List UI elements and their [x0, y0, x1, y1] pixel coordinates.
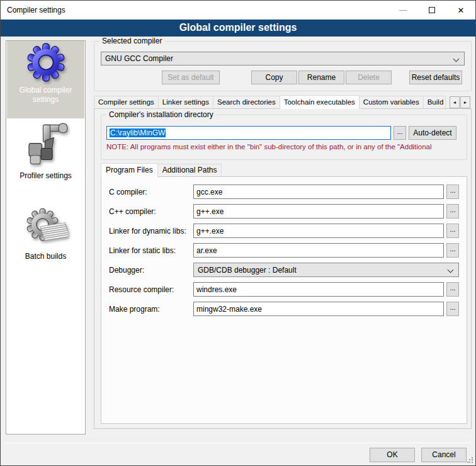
- compiler-select-value: GNU GCC Compiler: [105, 54, 173, 63]
- reset-defaults-button[interactable]: Reset defaults: [409, 71, 462, 84]
- field-label: C++ compiler:: [109, 207, 193, 216]
- page-title: Global compiler settings: [1, 20, 475, 37]
- tab-scroll-right-button[interactable]: ►: [460, 96, 470, 108]
- titlebar: Compiler settings — ✕: [1, 1, 475, 20]
- static-linker-browse-button[interactable]: ...: [446, 243, 459, 258]
- dynamic-linker-value: g++.exe: [196, 227, 224, 236]
- main-tabstrip: Compiler settings Linker settings Search…: [94, 95, 472, 109]
- c-compiler-row: C compiler: gcc.exe ...: [109, 185, 459, 199]
- dynamic-linker-browse-button[interactable]: ...: [446, 224, 459, 238]
- close-button[interactable]: ✕: [446, 1, 475, 20]
- field-label: Resource compiler:: [109, 285, 193, 294]
- field-label: Linker for dynamic libs:: [109, 227, 193, 236]
- set-as-default-button[interactable]: Set as default: [162, 71, 220, 84]
- make-program-value: mingw32-make.exe: [196, 305, 262, 314]
- sidebar-item-profiler-settings[interactable]: Profiler settings: [7, 120, 84, 188]
- sidebar-item-label: Profiler settings: [20, 171, 72, 181]
- ok-button[interactable]: OK: [370, 448, 415, 462]
- programs-tabstrip: Program Files Additional Paths: [101, 163, 221, 177]
- resource-compiler-browse-button[interactable]: ...: [446, 282, 459, 297]
- program-files-page: C compiler: gcc.exe ... C++ compiler: g+…: [101, 176, 467, 424]
- cpp-compiler-browse-button[interactable]: ...: [446, 204, 459, 219]
- batch-builds-icon: [24, 206, 68, 250]
- tab-scroll-left-button[interactable]: ◄: [450, 96, 460, 108]
- window-title: Compiler settings: [1, 6, 65, 14]
- resource-compiler-row: Resource compiler: windres.exe ...: [109, 282, 459, 297]
- resource-compiler-value: windres.exe: [196, 285, 237, 294]
- group-label: Selected compiler: [99, 37, 164, 45]
- tab-program-files[interactable]: Program Files: [101, 163, 158, 178]
- make-program-row: Make program: mingw32-make.exe ...: [109, 302, 459, 316]
- settings-sidebar: Global compiler settings Profiler settin…: [6, 40, 86, 435]
- tab-custom-variables[interactable]: Custom variables: [359, 96, 424, 109]
- installation-directory-group: Compiler's installation directory C:\ray…: [101, 115, 467, 160]
- sidebar-item-label: Batch builds: [25, 252, 66, 261]
- tab-scroll-left-icon: ◄: [453, 100, 457, 105]
- auto-detect-button[interactable]: Auto-detect: [409, 126, 456, 140]
- tab-scroll-right-icon: ►: [463, 100, 468, 105]
- profiler-caliper-icon: [23, 122, 69, 169]
- tab-toolchain-executables[interactable]: Toolchain executables: [280, 95, 360, 109]
- tab-linker-settings[interactable]: Linker settings: [158, 96, 213, 109]
- dynamic-linker-row: Linker for dynamic libs: g++.exe ...: [109, 224, 459, 238]
- minimize-button[interactable]: —: [388, 1, 417, 20]
- compiler-select[interactable]: GNU GCC Compiler: [101, 52, 465, 65]
- sidebar-item-label: Global compiler settings: [8, 86, 84, 105]
- field-label: C compiler:: [109, 188, 193, 196]
- make-program-browse-button[interactable]: ...: [446, 302, 459, 316]
- debugger-value: GDB/CDB debugger : Default: [198, 266, 297, 275]
- make-program-input[interactable]: mingw32-make.exe: [193, 302, 444, 316]
- maximize-icon: [429, 7, 435, 13]
- debugger-select[interactable]: GDB/CDB debugger : Default: [193, 263, 459, 277]
- group-label: Compiler's installation directory: [106, 110, 216, 119]
- cancel-button[interactable]: Cancel: [421, 448, 467, 462]
- cpp-compiler-input[interactable]: g++.exe: [193, 204, 444, 219]
- dynamic-linker-input[interactable]: g++.exe: [193, 224, 444, 238]
- delete-button[interactable]: Delete: [346, 71, 392, 84]
- field-label: Make program:: [109, 305, 193, 314]
- static-linker-input[interactable]: ar.exe: [193, 243, 444, 258]
- sidebar-item-global-compiler-settings[interactable]: Global compiler settings: [7, 41, 84, 118]
- toolchain-executables-page: Compiler's installation directory C:\ray…: [94, 108, 472, 429]
- field-label: Debugger:: [109, 266, 193, 275]
- resource-compiler-input[interactable]: windres.exe: [193, 282, 444, 297]
- tab-compiler-settings[interactable]: Compiler settings: [94, 96, 159, 109]
- field-label: Linker for static libs:: [109, 246, 193, 255]
- minimize-icon: —: [399, 6, 407, 14]
- static-linker-row: Linker for static libs: ar.exe ...: [109, 243, 459, 258]
- chevron-down-icon: [448, 267, 454, 273]
- install-dir-note: NOTE: All programs must exist either in …: [106, 143, 465, 151]
- tab-build-options[interactable]: Build: [423, 96, 446, 109]
- footer-divider: [6, 443, 472, 443]
- install-dir-input[interactable]: C:\raylib\MinGW: [106, 126, 391, 140]
- close-icon: ✕: [458, 6, 465, 15]
- install-dir-browse-button[interactable]: ...: [394, 126, 406, 140]
- c-compiler-input[interactable]: gcc.exe: [193, 185, 444, 199]
- compiler-settings-dialog: Compiler settings — ✕ Global compiler se…: [0, 0, 476, 466]
- tab-search-directories[interactable]: Search directories: [213, 96, 280, 109]
- static-linker-value: ar.exe: [196, 246, 217, 255]
- rename-button[interactable]: Rename: [298, 71, 344, 84]
- cpp-compiler-row: C++ compiler: g++.exe ...: [109, 204, 459, 219]
- debugger-row: Debugger: GDB/CDB debugger : Default: [109, 263, 459, 277]
- tab-additional-paths[interactable]: Additional Paths: [157, 164, 222, 177]
- cpp-compiler-value: g++.exe: [196, 207, 224, 216]
- chevron-down-icon: [453, 56, 460, 62]
- resize-grip[interactable]: [467, 457, 473, 463]
- blue-gear-icon: [25, 41, 67, 84]
- copy-button[interactable]: Copy: [251, 71, 297, 84]
- selected-compiler-group: Selected compiler GNU GCC Compiler Set a…: [94, 41, 472, 91]
- c-compiler-browse-button[interactable]: ...: [446, 185, 459, 199]
- c-compiler-value: gcc.exe: [196, 188, 222, 196]
- install-dir-value: C:\raylib\MinGW: [110, 128, 166, 137]
- sidebar-item-batch-builds[interactable]: Batch builds: [7, 205, 84, 266]
- maximize-button[interactable]: [417, 1, 446, 20]
